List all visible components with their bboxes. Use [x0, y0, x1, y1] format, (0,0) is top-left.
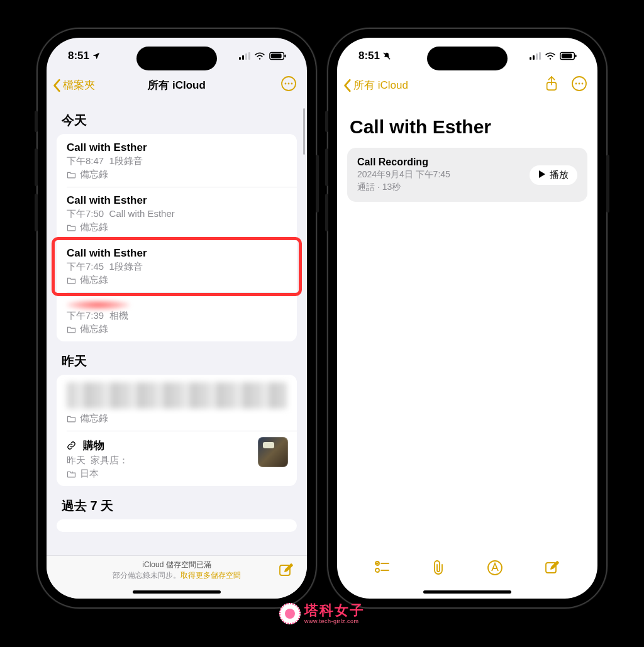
note-folder: 日本: [67, 468, 287, 480]
watermark-logo-icon: [279, 603, 301, 624]
svg-point-6: [288, 83, 290, 85]
svg-point-15: [575, 83, 577, 85]
svg-rect-11: [562, 53, 572, 58]
watermark: 塔科女子 www.tech-girlz.com: [279, 603, 365, 624]
play-label: 播放: [550, 169, 569, 181]
svg-rect-3: [284, 55, 286, 58]
recording-timestamp: 2024年9月4日 下午7:45: [357, 169, 450, 180]
back-button[interactable]: 所有 iCloud: [343, 78, 408, 92]
folder-icon: [67, 171, 76, 179]
note-row[interactable]: 備忘錄: [57, 375, 297, 431]
section-header-past7: 過去 7 天: [47, 486, 307, 519]
back-label: 所有 iCloud: [353, 78, 408, 92]
note-folder: 備忘錄: [67, 169, 287, 180]
svg-point-9: [550, 58, 551, 59]
link-icon: [67, 441, 76, 453]
mute-icon: [382, 52, 391, 60]
recording-meta: 通話 · 13秒: [357, 182, 450, 193]
note-subtitle: 下午7:39 相機: [67, 310, 287, 322]
home-indicator[interactable]: [133, 590, 221, 594]
svg-point-5: [285, 83, 287, 85]
signal-icon: [239, 52, 250, 60]
watermark-url: www.tech-girlz.com: [304, 619, 365, 624]
svg-point-0: [259, 58, 260, 59]
note-subtitle: 昨天 家具店：: [67, 455, 287, 467]
compose-icon[interactable]: [278, 562, 294, 581]
note-row[interactable]: 購物 昨天 家具店： 日本: [57, 431, 297, 486]
svg-point-16: [579, 83, 580, 85]
note-subtitle: 下午7:45 1段錄音: [67, 261, 287, 273]
play-icon: [538, 170, 546, 180]
get-more-storage-link[interactable]: 取得更多儲存空間: [180, 571, 241, 580]
note-folder: 備忘錄: [67, 274, 287, 286]
svg-point-17: [582, 83, 584, 85]
nav-bar: 所有 iCloud: [337, 74, 597, 100]
wifi-icon: [254, 52, 265, 60]
status-time: 8:51: [358, 50, 380, 62]
status-bar: 8:51: [47, 38, 307, 74]
signal-icon: [530, 52, 541, 60]
section-header-today: 今天: [47, 101, 307, 134]
status-bar: 8:51: [337, 38, 597, 74]
phone-left: 8:51 檔案夾: [38, 29, 316, 607]
note-title: Call with Esther: [67, 194, 287, 207]
status-time: 8:51: [68, 50, 89, 62]
folder-icon: [67, 415, 76, 423]
note-folder: 備忘錄: [67, 412, 287, 424]
note-title: Call with Esther: [67, 247, 287, 260]
note-thumbnail: [258, 437, 288, 467]
recording-card[interactable]: Call Recording 2024年9月4日 下午7:45 通話 · 13秒…: [347, 148, 587, 202]
note-title: Call with Esther: [67, 141, 287, 154]
note-subtitle: 下午8:47 1段錄音: [67, 155, 287, 167]
folder-icon: [67, 326, 76, 333]
recording-heading: Call Recording: [357, 157, 450, 168]
battery-icon: [269, 52, 287, 60]
markup-icon[interactable]: [487, 560, 503, 578]
folder-icon: [67, 277, 76, 284]
svg-rect-2: [271, 53, 282, 58]
note-folder: 備忘錄: [67, 323, 287, 335]
note-title: 購物: [67, 438, 287, 453]
note-detail-title: Call with Esther: [337, 100, 597, 148]
home-indicator[interactable]: [423, 590, 511, 594]
back-button[interactable]: 檔案夾: [53, 78, 95, 92]
note-row[interactable]: Call with Esther 下午7:50 Call with Esther…: [57, 187, 297, 240]
battery-icon: [560, 52, 577, 60]
note-row[interactable]: Call with Esther 下午8:47 1段錄音 備忘錄: [57, 134, 297, 187]
note-row-highlighted[interactable]: Call with Esther 下午7:45 1段錄音 備忘錄: [57, 240, 297, 292]
play-button[interactable]: 播放: [530, 165, 577, 185]
phone-right: 8:51 所有 iClo: [328, 29, 606, 607]
location-icon: [92, 52, 101, 60]
note-folder: 備忘錄: [67, 221, 287, 233]
note-row[interactable]: 下午7:39 相機 備忘錄: [57, 292, 297, 341]
compose-icon[interactable]: [544, 560, 560, 578]
watermark-text: 塔科女子: [304, 604, 365, 617]
folder-icon: [67, 224, 76, 231]
share-icon[interactable]: [545, 75, 558, 95]
nav-bar: 檔案夾 所有 iCloud: [47, 74, 307, 100]
more-icon[interactable]: [280, 75, 297, 95]
blurred-content: [67, 382, 287, 409]
svg-point-7: [291, 83, 293, 85]
note-title-redacted: [67, 300, 287, 310]
wifi-icon: [545, 52, 556, 60]
attachment-icon[interactable]: [431, 560, 445, 578]
svg-rect-12: [575, 55, 576, 58]
back-label: 檔案夾: [63, 78, 95, 92]
note-subtitle: 下午7:50 Call with Esther: [67, 208, 287, 220]
svg-point-20: [375, 568, 379, 572]
notes-list[interactable]: 今天 Call with Esther 下午8:47 1段錄音 備忘錄 Call…: [47, 101, 307, 561]
more-icon[interactable]: [571, 75, 587, 95]
checklist-icon[interactable]: [374, 560, 391, 577]
pinned-folder-icon: [67, 470, 76, 478]
icloud-storage-msg: iCloud 儲存空間已滿 部分備忘錄未同步。取得更多儲存空間: [113, 560, 241, 581]
section-header-yesterday: 昨天: [47, 341, 307, 375]
